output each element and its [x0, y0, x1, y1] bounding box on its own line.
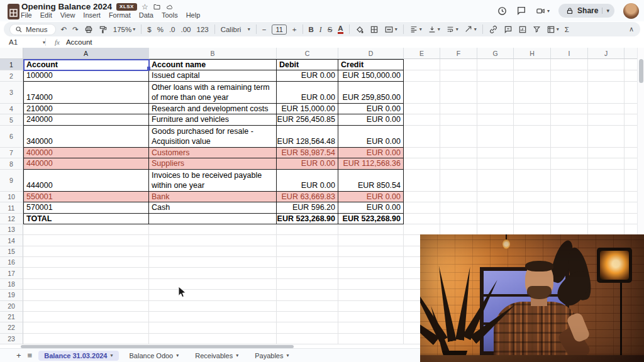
cell[interactable] [551, 148, 588, 158]
cell[interactable] [338, 268, 404, 278]
cell[interactable] [477, 114, 514, 126]
cell[interactable] [23, 268, 149, 278]
cell[interactable] [625, 59, 638, 70]
cell[interactable] [514, 158, 551, 170]
cell[interactable] [588, 104, 625, 114]
cell[interactable] [149, 301, 277, 312]
cell[interactable] [23, 322, 149, 333]
cell[interactable] [551, 70, 588, 82]
row-header-23[interactable]: 23 [0, 334, 23, 344]
cell-C8[interactable]: EUR 0.00 [277, 158, 338, 170]
cell-C7[interactable]: EUR 58,987.54 [277, 148, 338, 158]
cell[interactable] [588, 70, 625, 82]
sheet-tab[interactable]: Payables▾ [249, 351, 294, 361]
collapse-toolbar-button[interactable]: ∧ [629, 25, 634, 33]
all-sheets-button[interactable]: ≡ [28, 351, 33, 360]
cell[interactable] [440, 214, 477, 224]
cell[interactable] [514, 214, 551, 224]
cell-B10[interactable]: Bank [149, 192, 277, 202]
row-header-9[interactable]: 9 [0, 170, 23, 192]
share-dropdown-icon[interactable]: ▾ [602, 8, 609, 14]
cell[interactable] [23, 334, 149, 344]
cell[interactable] [338, 224, 404, 235]
cell[interactable] [404, 202, 440, 214]
select-all-corner[interactable] [0, 48, 23, 59]
column-header-g[interactable]: G [477, 48, 514, 59]
cell[interactable] [440, 148, 477, 158]
print-button[interactable] [84, 25, 93, 34]
cell[interactable] [23, 235, 149, 246]
cell[interactable] [625, 82, 638, 104]
cell[interactable] [338, 312, 404, 322]
decrease-decimals-button[interactable]: .0 [169, 26, 175, 33]
cell[interactable] [551, 224, 588, 235]
cell[interactable] [625, 114, 638, 126]
cell-C3[interactable]: EUR 0.00 [277, 82, 338, 104]
cell[interactable] [338, 290, 404, 300]
cell[interactable] [477, 214, 514, 224]
cell[interactable] [477, 148, 514, 158]
cell[interactable] [477, 202, 514, 214]
cell[interactable] [338, 246, 404, 257]
cell[interactable] [440, 202, 477, 214]
cell[interactable] [338, 334, 404, 344]
cell-A4[interactable]: 210000 [23, 104, 149, 114]
bold-button[interactable]: B [309, 26, 314, 33]
cell[interactable] [477, 126, 514, 148]
cell[interactable] [625, 202, 638, 214]
italic-button[interactable]: I [319, 26, 322, 33]
cell[interactable] [551, 104, 588, 114]
cell[interactable] [404, 126, 440, 148]
cell-B1[interactable]: Account name [149, 59, 277, 70]
comments-icon[interactable] [516, 6, 526, 16]
row-header-22[interactable]: 22 [0, 322, 23, 333]
cell[interactable] [625, 214, 638, 224]
cell[interactable] [404, 148, 440, 158]
cell[interactable] [551, 214, 588, 224]
cell-D7[interactable]: EUR 0.00 [338, 148, 404, 158]
cell[interactable] [23, 290, 149, 300]
cell[interactable] [277, 322, 338, 333]
account-avatar[interactable] [623, 3, 639, 19]
sheet-tab[interactable]: Balance 31.03.2024▾ [38, 351, 118, 361]
vertical-scrollbar-thumb[interactable] [639, 59, 643, 83]
cell[interactable] [477, 170, 514, 192]
cell-C2[interactable]: EUR 0.00 [277, 70, 338, 82]
cell[interactable] [514, 104, 551, 114]
cell[interactable] [625, 126, 638, 148]
cell[interactable] [23, 224, 149, 235]
row-header-21[interactable]: 21 [0, 312, 23, 322]
cell-A8[interactable]: 440000 [23, 158, 149, 170]
cell[interactable] [477, 70, 514, 82]
cell[interactable] [551, 158, 588, 170]
cell[interactable] [23, 246, 149, 257]
sheet-tab-menu-icon[interactable]: ▾ [236, 353, 238, 358]
star-icon[interactable]: ☆ [142, 3, 148, 11]
cell[interactable] [149, 235, 277, 246]
row-header-17[interactable]: 17 [0, 268, 23, 278]
cell[interactable] [514, 224, 551, 235]
cell-A2[interactable]: 100000 [23, 70, 149, 82]
cell[interactable] [338, 279, 404, 290]
cell[interactable] [277, 334, 338, 344]
cell[interactable] [588, 224, 625, 235]
row-header-7[interactable]: 7 [0, 148, 23, 158]
row-header-20[interactable]: 20 [0, 301, 23, 312]
cell[interactable] [514, 148, 551, 158]
cell-A11[interactable]: 570001 [23, 202, 149, 214]
cell[interactable] [404, 192, 440, 202]
cell[interactable] [551, 59, 588, 70]
cell[interactable] [440, 70, 477, 82]
menu-tools[interactable]: Tools [162, 11, 178, 19]
borders-button[interactable] [370, 25, 379, 34]
cell[interactable] [277, 279, 338, 290]
sheets-file-icon[interactable] [7, 3, 20, 20]
cell-B12[interactable] [149, 214, 277, 224]
cell[interactable] [588, 126, 625, 148]
cell-A5[interactable]: 240000 [23, 114, 149, 126]
sheet-tab[interactable]: Balance Odoo▾ [124, 351, 185, 361]
cell[interactable] [625, 148, 638, 158]
cell[interactable] [625, 104, 638, 114]
menu-view[interactable]: View [60, 11, 75, 19]
merge-cells-button[interactable]: ▾ [384, 25, 397, 34]
